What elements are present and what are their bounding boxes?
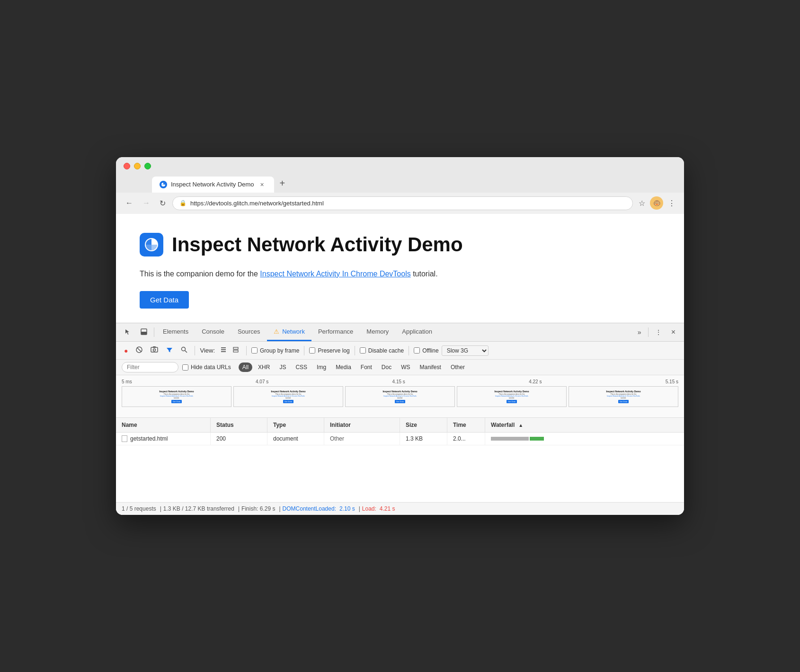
header-size[interactable]: Size	[400, 418, 447, 432]
page-logo-icon	[140, 233, 163, 256]
screenshot-thumb-1[interactable]: Inspect Network Activity Demo This is th…	[122, 386, 231, 407]
close-traffic-light[interactable]	[124, 163, 130, 169]
load-label: Load:	[362, 505, 376, 512]
list-view-button[interactable]	[218, 345, 229, 356]
filter-ws-button[interactable]: WS	[397, 363, 414, 372]
tab-memory[interactable]: Memory	[360, 323, 395, 341]
tab-application[interactable]: Application	[395, 323, 439, 341]
filter-input-wrap[interactable]	[122, 362, 178, 372]
tab-console[interactable]: Console	[195, 323, 231, 341]
search-button[interactable]	[178, 345, 190, 356]
wf-waiting-segment	[491, 437, 529, 441]
svg-rect-7	[153, 346, 156, 348]
header-type[interactable]: Type	[267, 418, 324, 432]
minimize-traffic-light[interactable]	[134, 163, 141, 169]
dcl-value: 2.10 s	[339, 505, 355, 512]
tab-network[interactable]: ⚠ Network	[267, 323, 311, 341]
active-tab[interactable]: Inspect Network Activity Demo ×	[152, 177, 274, 193]
screenshot-thumb-5[interactable]: Inspect Network Activity Demo This is th…	[569, 386, 678, 407]
tab-elements[interactable]: Elements	[156, 323, 195, 341]
svg-line-10	[185, 351, 187, 353]
filter-font-button[interactable]: Font	[357, 363, 376, 372]
filter-media-button[interactable]: Media	[332, 363, 355, 372]
back-button[interactable]: ←	[123, 197, 136, 209]
svg-rect-3	[141, 332, 147, 335]
table-row[interactable]: getstarted.html 200 document Other 1.3 K…	[116, 433, 684, 445]
screenshot-button[interactable]	[148, 345, 160, 356]
screenshot-thumb-3[interactable]: Inspect Network Activity Demo This is th…	[345, 386, 455, 407]
more-tabs-button[interactable]: »	[633, 325, 646, 340]
timeline-area: 5 ms 4.07 s 4.15 s 4.22 s 5.15 s Inspect…	[116, 375, 684, 418]
view-buttons	[218, 345, 241, 356]
toolbar-separator5	[409, 346, 409, 355]
menu-button[interactable]: ⋮	[666, 197, 677, 210]
marker-5: 5.15 s	[666, 379, 678, 384]
hide-data-urls-checkbox[interactable]	[182, 364, 188, 371]
get-data-button[interactable]: Get Data	[140, 291, 189, 309]
devtools-link[interactable]: Inspect Network Activity In Chrome DevTo…	[260, 270, 410, 278]
tab-close-button[interactable]: ×	[258, 180, 267, 189]
sort-arrow: ▲	[518, 423, 523, 428]
filter-button[interactable]	[163, 345, 176, 356]
forward-button[interactable]: →	[140, 197, 153, 209]
devtools-dock-btn[interactable]	[136, 325, 152, 340]
offline-checkbox[interactable]	[414, 347, 420, 354]
group-by-frame-group: Group by frame	[251, 347, 299, 354]
throttle-select[interactable]: Slow 3G Fast 3G No throttling	[442, 345, 489, 356]
address-bar[interactable]: 🔒 https://devtools.glitch.me/network/get…	[172, 196, 633, 210]
header-time[interactable]: Time	[447, 418, 485, 432]
tab-sources[interactable]: Sources	[231, 323, 267, 341]
filter-css-button[interactable]: CSS	[292, 363, 311, 372]
screenshot-thumb-2[interactable]: Inspect Network Activity Demo This is th…	[233, 386, 343, 407]
header-status[interactable]: Status	[211, 418, 267, 432]
separator-pipe-1: |	[160, 505, 161, 512]
group-by-frame-checkbox[interactable]	[251, 347, 258, 354]
cell-size: 1.3 KB	[400, 433, 447, 445]
maximize-traffic-light[interactable]	[144, 163, 151, 169]
cell-initiator: Other	[324, 433, 400, 445]
devtools-options-button[interactable]: ⋮	[650, 325, 667, 340]
cell-time: 2.0...	[447, 433, 485, 445]
header-waterfall[interactable]: Waterfall ▲	[485, 418, 684, 432]
devtools-close-button[interactable]: ×	[667, 324, 680, 340]
finish-time: Finish: 6.29 s	[241, 505, 275, 512]
toolbar-separator3	[304, 346, 304, 355]
disable-cache-checkbox[interactable]	[360, 347, 366, 354]
separator-pipe-3: |	[279, 505, 280, 512]
filter-js-button[interactable]: JS	[276, 363, 290, 372]
wf-download-segment	[530, 437, 544, 441]
waterfall-bar	[491, 435, 678, 442]
filter-input[interactable]	[127, 364, 165, 371]
refresh-button[interactable]: ↻	[157, 197, 169, 210]
header-name[interactable]: Name	[116, 418, 211, 432]
header-initiator[interactable]: Initiator	[324, 418, 400, 432]
page-title: Inspect Network Activity Demo	[172, 233, 463, 256]
svg-point-8	[153, 349, 156, 351]
lock-icon: 🔒	[179, 200, 187, 206]
svg-rect-14	[233, 347, 238, 349]
subtitle-pre: This is the companion demo for the	[140, 270, 260, 278]
offline-label: Offline	[422, 347, 438, 354]
tab-bar: Inspect Network Activity Demo × +	[152, 174, 676, 193]
preserve-log-group: Preserve log	[309, 347, 349, 354]
record-button[interactable]: ●	[122, 345, 130, 356]
cell-status: 200	[211, 433, 267, 445]
filter-all-button[interactable]: All	[239, 363, 252, 372]
user-avatar[interactable]: 🐵	[650, 196, 663, 210]
devtools-cursor-btn[interactable]	[120, 325, 136, 340]
devtools-tab-bar: Elements Console Sources ⚠ Network Perfo…	[116, 323, 684, 342]
tab-performance[interactable]: Performance	[311, 323, 360, 341]
bookmark-button[interactable]: ☆	[637, 197, 647, 210]
filter-img-button[interactable]: Img	[313, 363, 330, 372]
marker-3: 4.15 s	[392, 379, 405, 384]
marker-1: 5 ms	[122, 379, 132, 384]
large-rows-button[interactable]	[230, 345, 241, 356]
filter-doc-button[interactable]: Doc	[378, 363, 395, 372]
filter-manifest-button[interactable]: Manifest	[416, 363, 445, 372]
clear-button[interactable]	[133, 345, 145, 356]
filter-xhr-button[interactable]: XHR	[254, 363, 274, 372]
screenshot-thumb-4[interactable]: Inspect Network Activity Demo This is th…	[457, 386, 567, 407]
new-tab-button[interactable]: +	[275, 174, 290, 193]
preserve-log-checkbox[interactable]	[309, 347, 315, 354]
filter-other-button[interactable]: Other	[447, 363, 469, 372]
